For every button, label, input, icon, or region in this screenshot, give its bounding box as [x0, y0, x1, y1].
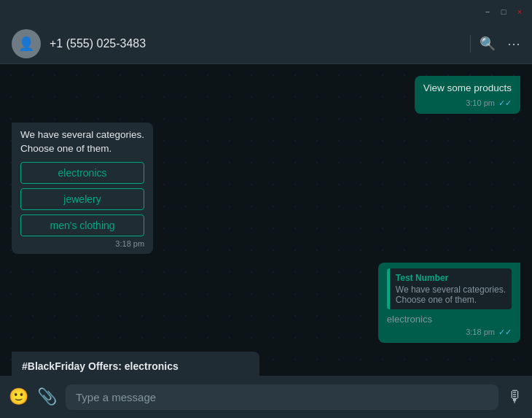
message-row: We have several categories.Choose one of…	[12, 123, 520, 254]
message-input[interactable]	[66, 384, 498, 410]
maximize-button[interactable]: □	[497, 5, 510, 18]
titlebar: − □ ×	[0, 0, 532, 23]
avatar: 👤	[12, 29, 41, 58]
quoted-category: electronics	[387, 314, 512, 325]
message-text: We have several categories.Choose one of…	[20, 128, 144, 156]
menu-icon[interactable]: ⋯	[507, 36, 520, 52]
category-jewelery[interactable]: jewelery	[20, 188, 144, 210]
avatar-icon: 👤	[18, 36, 34, 52]
header-divider	[470, 35, 471, 53]
incoming-bubble: We have several categories.Choose one of…	[12, 123, 153, 254]
chat-header: 👤 +1 (555) 025-3483 🔍 ⋯	[0, 23, 532, 64]
search-icon[interactable]: 🔍	[480, 36, 496, 52]
quoted-name: Test Number	[396, 273, 506, 283]
category-buttons: electronics jewelery men's clothing	[20, 162, 144, 236]
quoted-text: We have several categories.Choose one of…	[396, 285, 506, 305]
outgoing-bubble: View some products 3:10 pm ✓✓	[415, 76, 520, 114]
message-row: #BlackFriday Offers: electronics Our San…	[12, 352, 520, 376]
category-mens-clothing[interactable]: men's clothing	[20, 214, 144, 236]
input-bar: 🙂 📎 🎙	[0, 376, 532, 418]
message-text: View some products	[423, 82, 512, 96]
chat-area: View some products 3:10 pm ✓✓ We have se…	[0, 64, 532, 376]
message-row: View some products 3:10 pm ✓✓	[12, 76, 520, 114]
contact-name[interactable]: +1 (555) 025-3483	[50, 37, 461, 50]
message-time: 3:18 pm	[20, 239, 144, 248]
category-electronics[interactable]: electronics	[20, 162, 144, 184]
close-button[interactable]: ×	[513, 5, 526, 18]
emoji-icon[interactable]: 🙂	[9, 387, 28, 406]
quoted-bubble-container: Test Number We have several categories.C…	[378, 263, 520, 343]
microphone-icon[interactable]: 🎙	[507, 387, 523, 406]
blackfriday-bubble: #BlackFriday Offers: electronics Our San…	[12, 352, 259, 376]
minimize-button[interactable]: −	[481, 5, 494, 18]
message-time: 3:10 pm ✓✓	[423, 98, 512, 108]
message-time: 3:18 pm ✓✓	[387, 328, 512, 337]
message-row: Test Number We have several categories.C…	[12, 263, 520, 343]
quoted-message: Test Number We have several categories.C…	[387, 268, 512, 309]
bf-title: #BlackFriday Offers: electronics	[22, 360, 249, 372]
checkmark-icon: ✓✓	[498, 98, 512, 107]
checkmark-icon: ✓✓	[498, 328, 512, 336]
header-icons: 🔍 ⋯	[480, 36, 520, 52]
attach-icon[interactable]: 📎	[37, 387, 57, 406]
